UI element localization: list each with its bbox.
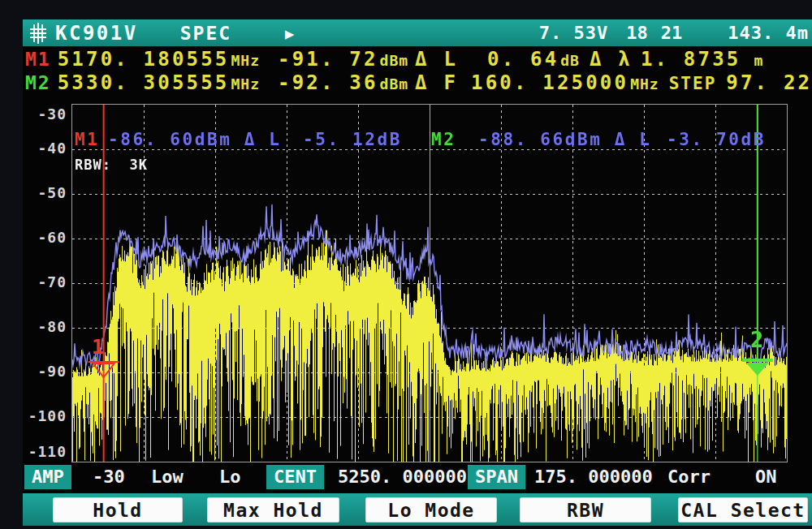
y-axis-label: -80 — [26, 318, 67, 335]
lo-label: Lo — [219, 465, 241, 489]
marker2-frequency: 5330. 305555 — [58, 71, 230, 94]
marker1-delta-mode: Δ L — [415, 48, 458, 71]
marker2-readout-row: M2 5330. 305555 MHz -92. 36 dBm Δ F 160.… — [23, 71, 812, 95]
corr-value: ON — [755, 465, 777, 489]
marker1-frequency: 5170. 180555 — [58, 48, 230, 71]
y-axis-label: -70 — [26, 273, 67, 290]
marker1-lambda-unit: m — [754, 52, 763, 69]
corr-label: Corr — [667, 465, 710, 489]
device-model: KC901V — [55, 22, 138, 45]
marker2-level-unit: dBm — [380, 75, 409, 92]
y-axis-label: -30 — [26, 105, 67, 123]
marker2-delta-mode: Δ F — [415, 71, 458, 94]
y-axis-label: -50 — [26, 184, 67, 201]
step-value: 97. 22 — [726, 71, 812, 94]
softkey-lo-mode[interactable]: Lo Mode — [365, 497, 497, 523]
marker2-level: -92. 36 — [278, 71, 378, 94]
mode-label: SPEC — [180, 23, 231, 44]
marker2-delta-freq-unit: MHz — [630, 75, 659, 92]
battery-voltage: 7. 53V — [539, 23, 608, 43]
top-status-bar: KC901V SPEC ▶ 7. 53V 18 21 143. 4m — [23, 19, 812, 46]
plot-marker2-tag: M2 — [431, 130, 456, 149]
step-label: STEP — [669, 74, 717, 93]
marker1-tag: M1 — [25, 49, 51, 70]
bottom-status-bar: AMP -30 Low Lo CENT 5250. 000000 SPAN 17… — [23, 465, 812, 490]
span-chip[interactable]: SPAN — [468, 465, 525, 489]
cent-chip[interactable]: CENT — [266, 465, 324, 489]
marker1-level: -91. 72 — [278, 48, 378, 71]
marker2-delta-freq: 160. 125000 — [471, 71, 628, 94]
marker1-lambda-label: Δ λ — [590, 48, 633, 71]
softkey-rbw[interactable]: RBW — [520, 497, 651, 523]
plot-marker1-maxhold-reading: -86. 60dBm Δ L — [108, 130, 281, 149]
marker1-frequency-unit: MHz — [231, 52, 261, 69]
run-play-icon[interactable]: ▶ — [285, 24, 294, 42]
low-label: Low — [151, 465, 184, 489]
softkey-hold[interactable]: Hold — [53, 497, 183, 523]
marker1-lambda-value: 1. 8735 — [641, 48, 741, 71]
marker1-delta-level: 0. 64 — [487, 48, 559, 71]
amp-value: -30 — [93, 465, 125, 489]
marker2-number-label: 2 — [750, 327, 763, 352]
status-value-b: 21 — [661, 23, 683, 43]
y-axis-label: -110 — [26, 443, 67, 460]
plot-marker1-tag: M1 — [75, 130, 100, 149]
device-photo: { "topbar": { "brand": "KC901V", "mode":… — [0, 0, 812, 529]
plot-marker2-maxhold-reading: -88. 66dBm Δ L — [478, 130, 651, 149]
softkey-max-hold[interactable]: Max Hold — [207, 497, 339, 523]
marker1-delta-level-unit: dB — [560, 52, 580, 69]
marker2-frequency-unit: MHz — [231, 75, 261, 92]
marker1-number-label: 1 — [92, 335, 104, 359]
y-axis-label: -40 — [26, 140, 67, 157]
softkey-bar: Hold Max Hold Lo Mode RBW CAL Select — [23, 493, 812, 526]
span-value: 175. 000000 — [534, 465, 653, 489]
spectrum-canvas — [72, 105, 787, 462]
distance-readout: 143. 4m — [728, 23, 809, 43]
spectrum-plot[interactable]: M1 -86. 60dBm Δ L -5. 12dB M2 -88. 66dBm… — [71, 104, 788, 462]
softkey-cal-select[interactable]: CAL Select — [678, 497, 808, 523]
marker2-tag: M2 — [25, 72, 51, 93]
marker1-readout-row: M1 5170. 180555 MHz -91. 72 dBm Δ L 0. 6… — [23, 48, 812, 71]
plot-marker1-delta: -5. 12dB — [303, 130, 402, 149]
y-axis-label: -60 — [26, 229, 67, 246]
plot-marker2-delta: -3. 70dB — [667, 130, 766, 149]
rbw-readout: RBW: 3K — [75, 157, 148, 173]
cent-value: 5250. 000000 — [338, 465, 467, 489]
y-axis-label: -100 — [26, 407, 67, 424]
status-value-a: 18 — [626, 23, 648, 43]
amp-chip[interactable]: AMP — [24, 465, 71, 489]
brand-logo-icon — [28, 23, 47, 44]
analyzer-screen: KC901V SPEC ▶ 7. 53V 18 21 143. 4m M1 51… — [23, 19, 812, 526]
marker1-level-unit: dBm — [380, 52, 409, 69]
y-axis-label: -90 — [26, 363, 67, 380]
